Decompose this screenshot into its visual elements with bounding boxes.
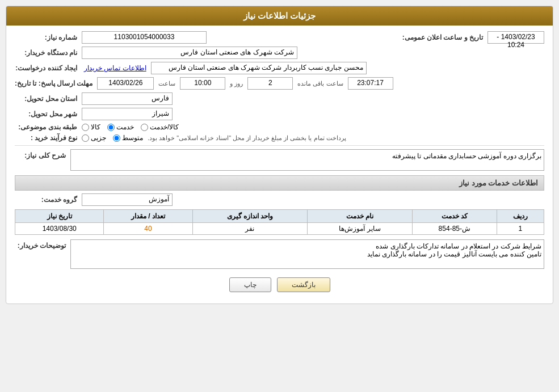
services-section-header: اطلاعات خدمات مورد نیاز <box>15 175 544 191</box>
province-label: استان محل تحویل: <box>15 95 77 103</box>
general-desc-textarea[interactable] <box>70 149 544 171</box>
cell-name: سایر آموزش‌ها <box>308 223 413 235</box>
purchase-type-motavaset[interactable]: متوسط <box>113 134 143 142</box>
need-number-value: 1103001054000033 <box>82 31 207 44</box>
remaining-label: ساعت باقی مانده <box>297 80 343 87</box>
province-value: فارس <box>82 92 173 105</box>
cell-quantity: 40 <box>104 223 192 235</box>
deadline-date: 1403/02/26 <box>97 77 154 90</box>
cell-date: 1403/08/30 <box>15 223 104 235</box>
purchase-type-radio-group: متوسط جزیی <box>82 134 143 142</box>
city-label: شهر محل تحویل: <box>15 110 77 118</box>
button-row: بازگشت چاپ <box>15 277 544 292</box>
creator-value: محسن جباری نسب کاربردار شرکت شهرک های صن… <box>151 62 367 74</box>
deadline-time: 10:00 <box>180 77 225 90</box>
service-group-label: گروه خدمت: <box>15 196 77 204</box>
deadline-days: 2 <box>247 77 293 90</box>
cell-row: 1 <box>497 223 544 235</box>
back-button[interactable]: بازگشت <box>277 277 330 292</box>
col-date: تاریخ نیاز <box>15 210 104 223</box>
announcement-label: تاریخ و ساعت اعلان عمومی: <box>402 33 483 41</box>
need-number-label: شماره نیاز: <box>15 33 77 41</box>
category-option-kala[interactable]: کالا <box>82 123 100 131</box>
contact-link[interactable]: اطلاعات تماس خریدار <box>84 64 146 72</box>
deadline-remaining: 23:07:17 <box>348 77 393 90</box>
category-option-kala-khadamat[interactable]: کالا/خدمت <box>141 123 179 131</box>
buyer-notes-label: توضیحات خریدار: <box>15 242 66 250</box>
cell-code: ش-85-854 <box>413 223 497 235</box>
category-radio-group: کالا/خدمت خدمت کالا <box>82 123 179 131</box>
category-option-khadamat[interactable]: خدمت <box>107 123 134 131</box>
purchase-type-jozei[interactable]: جزیی <box>82 134 106 142</box>
announcement-value: 1403/02/23 - 10:24 <box>487 31 544 44</box>
category-label: طبقه بندی موضوعی: <box>15 123 77 131</box>
purchase-type-note: پرداخت تمام یا بخشی از مبلغ خریدار از مح… <box>148 134 544 142</box>
general-desc-label: شرح کلی نیاز: <box>15 151 66 159</box>
col-row: ردیف <box>497 210 544 223</box>
buyer-org-label: نام دستگاه خریدار: <box>15 49 77 57</box>
services-table: ردیف کد خدمت نام خدمت واحد اندازه گیری ت… <box>15 209 544 235</box>
col-unit: واحد اندازه گیری <box>192 210 308 223</box>
table-row: 1 ش-85-854 سایر آموزش‌ها نفر 40 1403/08/… <box>15 223 544 235</box>
buyer-org-value: شرکت شهرک های صنعتی استان فارس <box>82 47 297 59</box>
page-title: جزئیات اطلاعات نیاز <box>6 6 553 26</box>
col-quantity: تعداد / مقدار <box>104 210 192 223</box>
time-label: ساعت <box>158 80 175 87</box>
purchase-type-label: نوع فرآیند خرید : <box>15 134 77 142</box>
print-button[interactable]: چاپ <box>229 277 271 292</box>
cell-unit: نفر <box>192 223 308 235</box>
city-value: شیراز <box>82 108 173 120</box>
deadline-label: مهلت ارسال پاسخ: تا تاریخ: <box>15 79 93 87</box>
service-group-value: آموزش <box>82 193 173 206</box>
day-label: روز و <box>230 80 243 87</box>
col-code: کد خدمت <box>413 210 497 223</box>
creator-label: ایجاد کننده درخواست: <box>15 64 77 72</box>
buyer-notes-textarea[interactable] <box>70 239 544 269</box>
col-name: نام خدمت <box>308 210 413 223</box>
